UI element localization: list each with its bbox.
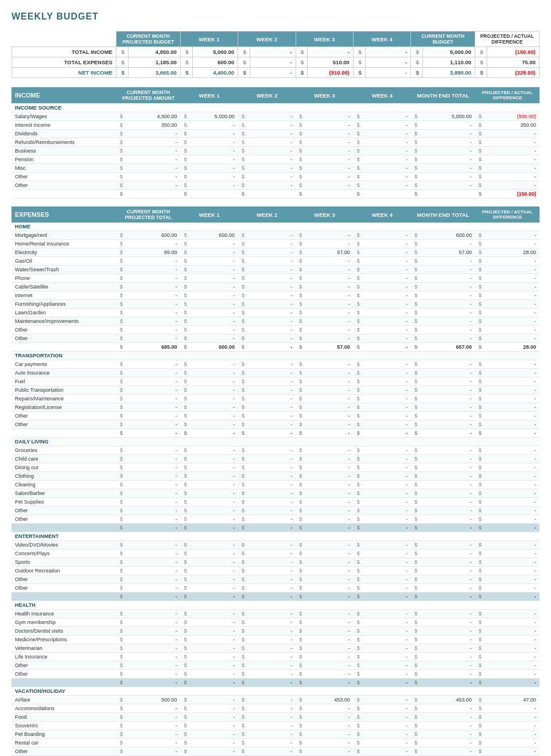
w2-value: - <box>250 644 296 653</box>
item-label: Refunds/Reimbursements <box>11 138 117 147</box>
w1-value: - <box>192 722 238 730</box>
diff-value: (150.00) <box>487 190 540 198</box>
w4-value: - <box>365 181 411 190</box>
dollar-sign: $ <box>475 567 487 575</box>
w3-value: - <box>308 704 354 713</box>
month-value: - <box>423 360 475 369</box>
w2-value: - <box>250 627 296 636</box>
diff-value: - <box>487 627 540 636</box>
w4-value: - <box>365 291 411 300</box>
item-label: Cable/Satellite <box>11 283 117 291</box>
curr-value: 85.00 <box>128 248 180 257</box>
month-value: - <box>423 377 475 386</box>
w1-value: - <box>192 730 238 739</box>
w1-value: - <box>192 696 238 704</box>
dollar-sign: $ <box>475 147 487 155</box>
dollar-sign: $ <box>475 679 487 687</box>
month-value: - <box>423 300 475 309</box>
dollar-sign: $ <box>117 489 129 498</box>
dollar-sign: $ <box>354 489 366 498</box>
diff-value: - <box>487 369 540 377</box>
w2-value: - <box>250 429 296 438</box>
dollar-sign: $ <box>411 455 423 463</box>
diff-value: - <box>487 593 540 601</box>
dollar-sign: $ <box>353 57 365 68</box>
dollar-sign: $ <box>180 343 192 352</box>
w4-value: - <box>365 584 411 593</box>
dollar-sign: $ <box>238 326 250 334</box>
dollar-sign: $ <box>238 68 250 78</box>
w3-value: - <box>308 541 354 550</box>
w2-value: - <box>250 713 296 722</box>
dollar-sign: $ <box>296 326 308 334</box>
summary-row-label: TOTAL INCOME <box>12 47 117 57</box>
dollar-sign: $ <box>296 515 308 524</box>
dollar-sign: $ <box>238 713 250 722</box>
w2-value: - <box>250 173 296 181</box>
dollar-sign: $ <box>354 240 366 248</box>
dollar-sign: $ <box>296 455 308 463</box>
curr-value: - <box>128 670 180 679</box>
dollar-sign: $ <box>354 121 366 130</box>
w1-value: 5,000.00 <box>192 47 238 57</box>
w3-value: - <box>308 730 354 739</box>
dollar-sign: $ <box>117 506 129 515</box>
dollar-sign: $ <box>411 696 423 704</box>
w2-value: - <box>250 240 296 248</box>
dollar-sign: $ <box>238 395 250 403</box>
w1-value: - <box>192 610 238 618</box>
expense-row: Auto Insurance $ - $ - $ - $ - $ - $ - $… <box>11 369 540 377</box>
dollar-sign: $ <box>180 446 192 455</box>
w1-value: 600.00 <box>192 343 238 352</box>
dollar-sign: $ <box>411 403 423 412</box>
dollar-sign: $ <box>475 730 487 739</box>
w4-value: - <box>365 722 411 730</box>
dollar-sign: $ <box>238 266 250 274</box>
dollar-sign: $ <box>117 498 129 506</box>
w1-value: - <box>192 446 238 455</box>
dollar-sign: $ <box>475 121 487 130</box>
dollar-sign: $ <box>475 722 487 730</box>
curr-value: - <box>128 489 180 498</box>
w3-value: 57.00 <box>308 343 354 352</box>
dollar-sign: $ <box>238 240 250 248</box>
dollar-sign: $ <box>475 515 487 524</box>
expense-row: Doctors/Dentist visits $ - $ - $ - $ - $… <box>11 627 540 636</box>
month-value: - <box>423 181 475 190</box>
summary-diff-header: PROJECTED / ACTUALDIFFERENCE <box>475 32 540 47</box>
dollar-sign: $ <box>238 627 250 636</box>
dollar-sign: $ <box>238 420 250 429</box>
month-value: - <box>423 291 475 300</box>
month-value: - <box>423 429 475 438</box>
w1-value: - <box>192 593 238 601</box>
w2-value: - <box>250 266 296 274</box>
dollar-sign: $ <box>296 300 308 309</box>
dollar-sign: $ <box>238 636 250 644</box>
w2-value: - <box>250 584 296 593</box>
w1-value: - <box>192 515 238 524</box>
diff-value: - <box>487 506 540 515</box>
dollar-sign: $ <box>296 155 308 164</box>
w2-value: - <box>250 317 296 326</box>
w3-value: (510.00) <box>308 68 354 78</box>
w4-value: - <box>365 164 411 173</box>
w2-value: - <box>250 679 296 687</box>
dollar-sign: $ <box>411 334 423 343</box>
dollar-sign: $ <box>238 147 250 155</box>
diff-value: - <box>487 420 540 429</box>
income-header-row: INCOME CURRENT MONTHPROJECTED AMOUNT WEE… <box>11 87 540 103</box>
month-value: - <box>423 472 475 481</box>
curr-value: - <box>128 240 180 248</box>
curr-value: 500.00 <box>128 696 180 704</box>
curr-value: 685.00 <box>128 343 180 352</box>
dollar-sign: $ <box>296 575 308 584</box>
dollar-sign: $ <box>238 369 250 377</box>
dollar-sign: $ <box>238 455 250 463</box>
month-value: - <box>423 498 475 506</box>
w4-value: - <box>365 489 411 498</box>
expense-row: Fuel $ - $ - $ - $ - $ - $ - $ - <box>11 377 540 386</box>
item-label: Life Insurance <box>11 653 117 661</box>
curr-value: - <box>128 679 180 687</box>
dollar-sign: $ <box>238 567 250 575</box>
w1-value: - <box>192 653 238 661</box>
